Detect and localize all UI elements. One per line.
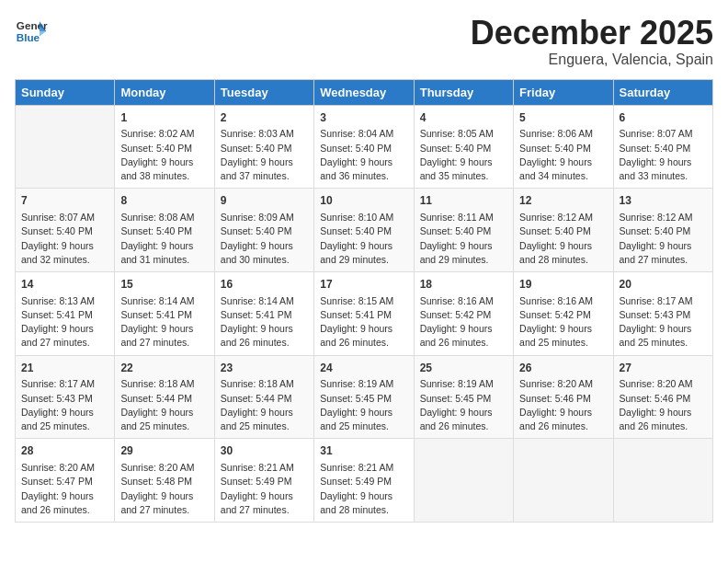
calendar-cell [514,439,613,523]
calendar-cell: 6Sunrise: 8:07 AM Sunset: 5:40 PM Daylig… [613,105,712,189]
page-header: General Blue December 2025 Enguera, Vale… [15,15,713,68]
day-info: Sunrise: 8:14 AM Sunset: 5:41 PM Dayligh… [120,294,208,350]
calendar-cell: 23Sunrise: 8:18 AM Sunset: 5:44 PM Dayli… [214,355,313,439]
day-number: 25 [420,361,507,376]
day-number: 30 [221,443,308,459]
day-info: Sunrise: 8:10 AM Sunset: 5:40 PM Dayligh… [320,211,407,267]
calendar-cell: 30Sunrise: 8:21 AM Sunset: 5:49 PM Dayli… [214,439,313,523]
day-number: 31 [320,443,407,459]
day-info: Sunrise: 8:20 AM Sunset: 5:46 PM Dayligh… [620,377,707,433]
day-number: 23 [221,361,308,376]
calendar-cell: 16Sunrise: 8:14 AM Sunset: 5:41 PM Dayli… [214,271,313,355]
day-info: Sunrise: 8:20 AM Sunset: 5:48 PM Dayligh… [120,461,208,517]
calendar-cell [414,439,513,523]
calendar-cell: 11Sunrise: 8:11 AM Sunset: 5:40 PM Dayli… [414,189,513,272]
calendar-cell: 5Sunrise: 8:06 AM Sunset: 5:40 PM Daylig… [514,105,613,189]
calendar-cell: 27Sunrise: 8:20 AM Sunset: 5:46 PM Dayli… [613,355,712,439]
calendar-cell: 10Sunrise: 8:10 AM Sunset: 5:40 PM Dayli… [314,189,414,272]
day-number: 19 [519,277,607,293]
day-number: 7 [21,193,108,209]
svg-text:Blue: Blue [17,31,40,43]
day-info: Sunrise: 8:13 AM Sunset: 5:41 PM Dayligh… [21,294,108,350]
calendar-cell: 22Sunrise: 8:18 AM Sunset: 5:44 PM Dayli… [115,355,214,439]
logo: General Blue [15,15,51,48]
day-info: Sunrise: 8:05 AM Sunset: 5:40 PM Dayligh… [420,127,507,183]
day-info: Sunrise: 8:09 AM Sunset: 5:40 PM Dayligh… [221,211,308,267]
title-area: December 2025 Enguera, Valencia, Spain [471,15,713,68]
day-number: 13 [620,193,707,209]
day-number: 14 [21,277,108,293]
day-number: 4 [420,110,507,126]
calendar-cell: 7Sunrise: 8:07 AM Sunset: 5:40 PM Daylig… [16,189,115,272]
days-of-week-row: SundayMondayTuesdayWednesdayThursdayFrid… [16,79,713,105]
day-number: 18 [420,277,507,293]
day-number: 12 [519,193,607,209]
day-number: 8 [120,193,208,209]
calendar-body: 1Sunrise: 8:02 AM Sunset: 5:40 PM Daylig… [16,105,713,522]
day-info: Sunrise: 8:18 AM Sunset: 5:44 PM Dayligh… [221,377,308,433]
dow-header-saturday: Saturday [613,79,712,105]
calendar-cell: 29Sunrise: 8:20 AM Sunset: 5:48 PM Dayli… [115,439,214,523]
dow-header-wednesday: Wednesday [314,79,414,105]
calendar-cell: 2Sunrise: 8:03 AM Sunset: 5:40 PM Daylig… [214,105,313,189]
day-number: 2 [221,110,308,126]
day-info: Sunrise: 8:16 AM Sunset: 5:42 PM Dayligh… [420,294,507,350]
day-number: 29 [120,443,208,459]
day-info: Sunrise: 8:20 AM Sunset: 5:46 PM Dayligh… [519,377,607,433]
day-number: 22 [120,361,208,376]
day-info: Sunrise: 8:16 AM Sunset: 5:42 PM Dayligh… [519,294,607,350]
day-info: Sunrise: 8:03 AM Sunset: 5:40 PM Dayligh… [221,127,308,183]
day-info: Sunrise: 8:19 AM Sunset: 5:45 PM Dayligh… [320,377,407,433]
day-number: 5 [519,110,607,126]
month-title: December 2025 [471,15,713,52]
day-info: Sunrise: 8:20 AM Sunset: 5:47 PM Dayligh… [21,461,108,517]
day-info: Sunrise: 8:02 AM Sunset: 5:40 PM Dayligh… [120,127,208,183]
day-info: Sunrise: 8:18 AM Sunset: 5:44 PM Dayligh… [120,377,208,433]
calendar-cell: 9Sunrise: 8:09 AM Sunset: 5:40 PM Daylig… [214,189,313,272]
calendar-cell: 17Sunrise: 8:15 AM Sunset: 5:41 PM Dayli… [314,271,414,355]
day-number: 10 [320,193,407,209]
day-number: 1 [120,110,208,126]
day-info: Sunrise: 8:11 AM Sunset: 5:40 PM Dayligh… [420,211,507,267]
day-info: Sunrise: 8:12 AM Sunset: 5:40 PM Dayligh… [519,211,607,267]
day-info: Sunrise: 8:14 AM Sunset: 5:41 PM Dayligh… [221,294,308,350]
calendar-week-3: 21Sunrise: 8:17 AM Sunset: 5:43 PM Dayli… [16,355,713,439]
day-info: Sunrise: 8:06 AM Sunset: 5:40 PM Dayligh… [519,127,607,183]
calendar-cell: 26Sunrise: 8:20 AM Sunset: 5:46 PM Dayli… [514,355,613,439]
day-info: Sunrise: 8:21 AM Sunset: 5:49 PM Dayligh… [221,461,308,517]
day-info: Sunrise: 8:21 AM Sunset: 5:49 PM Dayligh… [320,461,407,517]
day-number: 3 [320,110,407,126]
location-title: Enguera, Valencia, Spain [471,52,713,68]
calendar-cell: 3Sunrise: 8:04 AM Sunset: 5:40 PM Daylig… [314,105,414,189]
calendar-cell: 1Sunrise: 8:02 AM Sunset: 5:40 PM Daylig… [115,105,214,189]
day-number: 21 [21,361,108,376]
day-info: Sunrise: 8:17 AM Sunset: 5:43 PM Dayligh… [21,377,108,433]
day-info: Sunrise: 8:17 AM Sunset: 5:43 PM Dayligh… [620,294,707,350]
day-info: Sunrise: 8:15 AM Sunset: 5:41 PM Dayligh… [320,294,407,350]
calendar-cell [16,105,115,189]
dow-header-thursday: Thursday [414,79,513,105]
day-info: Sunrise: 8:12 AM Sunset: 5:40 PM Dayligh… [620,211,707,267]
logo-icon: General Blue [15,15,48,48]
dow-header-friday: Friday [514,79,613,105]
calendar-cell: 21Sunrise: 8:17 AM Sunset: 5:43 PM Dayli… [16,355,115,439]
calendar-cell: 20Sunrise: 8:17 AM Sunset: 5:43 PM Dayli… [613,271,712,355]
calendar-cell: 14Sunrise: 8:13 AM Sunset: 5:41 PM Dayli… [16,271,115,355]
day-number: 6 [620,110,707,126]
calendar-cell: 24Sunrise: 8:19 AM Sunset: 5:45 PM Dayli… [314,355,414,439]
calendar-cell: 8Sunrise: 8:08 AM Sunset: 5:40 PM Daylig… [115,189,214,272]
calendar-cell [613,439,712,523]
day-number: 27 [620,361,707,376]
calendar-cell: 28Sunrise: 8:20 AM Sunset: 5:47 PM Dayli… [16,439,115,523]
calendar-week-4: 28Sunrise: 8:20 AM Sunset: 5:47 PM Dayli… [16,439,713,523]
day-info: Sunrise: 8:08 AM Sunset: 5:40 PM Dayligh… [120,211,208,267]
day-info: Sunrise: 8:07 AM Sunset: 5:40 PM Dayligh… [620,127,707,183]
calendar-cell: 25Sunrise: 8:19 AM Sunset: 5:45 PM Dayli… [414,355,513,439]
calendar-week-2: 14Sunrise: 8:13 AM Sunset: 5:41 PM Dayli… [16,271,713,355]
calendar-week-1: 7Sunrise: 8:07 AM Sunset: 5:40 PM Daylig… [16,189,713,272]
day-info: Sunrise: 8:04 AM Sunset: 5:40 PM Dayligh… [320,127,407,183]
day-number: 15 [120,277,208,293]
calendar-cell: 19Sunrise: 8:16 AM Sunset: 5:42 PM Dayli… [514,271,613,355]
calendar-cell: 18Sunrise: 8:16 AM Sunset: 5:42 PM Dayli… [414,271,513,355]
day-number: 9 [221,193,308,209]
